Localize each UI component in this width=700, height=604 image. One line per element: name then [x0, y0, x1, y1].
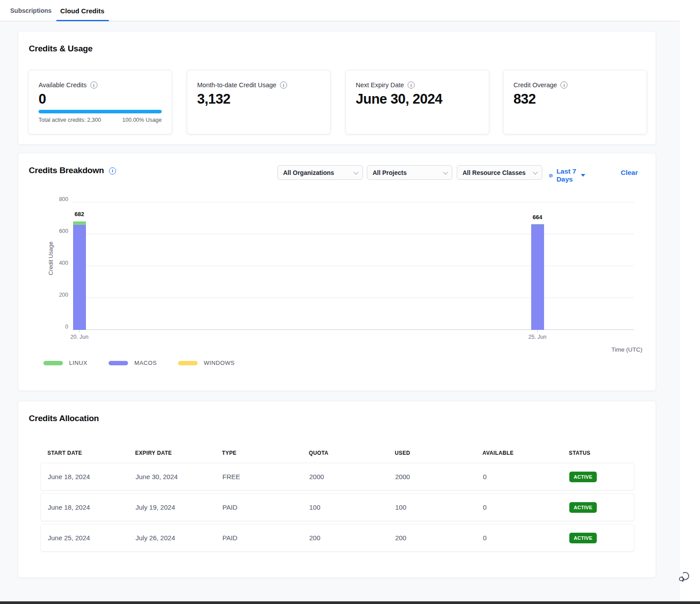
- chart-gridline: [73, 234, 634, 234]
- bar-value-label: 664: [533, 214, 542, 221]
- organizations-dropdown-value: All Organizations: [283, 169, 334, 176]
- table-cell: 0: [476, 534, 562, 542]
- chart-x-axis-label: Time (UTC): [611, 346, 642, 353]
- legend-label: MACOS: [134, 360, 157, 366]
- column-header-type: TYPE: [215, 450, 302, 456]
- legend-item-macos[interactable]: MACOS: [109, 360, 157, 366]
- table-cell: 200: [302, 534, 388, 542]
- column-header-start-date: START DATE: [40, 450, 128, 456]
- legend-item-windows[interactable]: WINDOWS: [178, 360, 235, 366]
- table-cell: PAID: [215, 503, 302, 511]
- credits-usage-panel: Credits & Usage Available Credits i 0 To…: [18, 31, 656, 145]
- legend-swatch: [43, 361, 63, 365]
- table-row[interactable]: June 25, 2024July 26, 2024PAID2002000ACT…: [40, 524, 634, 552]
- total-active-credits-text: Total active credits: 2,300: [39, 117, 101, 123]
- column-header-available: AVAILABLE: [475, 450, 562, 456]
- date-range-value: Last 7 Days: [556, 167, 576, 183]
- table-cell: June 18, 2024: [41, 473, 128, 480]
- info-icon[interactable]: i: [280, 81, 287, 89]
- info-icon[interactable]: i: [560, 81, 568, 89]
- status-cell: ACTIVE: [562, 472, 635, 482]
- bar-segment-macos: [531, 225, 544, 330]
- credit-overage-label: Credit Overage: [513, 81, 557, 89]
- credits-breakdown-panel: Credits Breakdown i All Organizations Al…: [18, 153, 656, 391]
- table-row[interactable]: June 18, 2024July 19, 2024PAID1001000ACT…: [40, 493, 634, 521]
- organizations-dropdown[interactable]: All Organizations: [277, 165, 363, 180]
- info-icon[interactable]: i: [109, 167, 116, 174]
- info-icon[interactable]: i: [90, 81, 97, 89]
- credits-progress-fill: [39, 110, 162, 113]
- status-badge: ACTIVE: [569, 472, 597, 482]
- chart-gridline: [73, 202, 634, 202]
- column-header-expiry-date: EXPIRY DATE: [128, 450, 215, 456]
- status-cell: ACTIVE: [562, 502, 635, 513]
- table-header-row: START DATEEXPIRY DATETYPEQUOTAUSEDAVAILA…: [40, 443, 634, 463]
- chevron-down-icon: [443, 169, 448, 174]
- next-expiry-label: Next Expiry Date: [356, 81, 404, 89]
- chart-legend: LINUXMACOSWINDOWS: [43, 360, 235, 366]
- projects-dropdown-value: All Projects: [373, 169, 407, 176]
- y-tick-label: 600: [51, 228, 68, 234]
- x-tick-label: 25. Jun: [529, 334, 547, 340]
- table-cell: 2000: [388, 473, 476, 480]
- y-tick-label: 200: [51, 292, 68, 298]
- table-cell: 100: [388, 503, 476, 511]
- stacked-bar: [73, 221, 86, 330]
- tab-cloud-credits[interactable]: Cloud Credits: [60, 0, 105, 21]
- chart-gridline: [73, 266, 634, 266]
- tab-subscriptions[interactable]: Subscriptions: [10, 0, 51, 21]
- usage-percent-text: 100.00% Usage: [122, 117, 162, 123]
- table-cell: 0: [476, 473, 562, 480]
- legend-item-linux[interactable]: LINUX: [43, 360, 87, 366]
- column-header-status: STATUS: [562, 450, 634, 456]
- table-cell: 200: [388, 534, 476, 542]
- resource-classes-dropdown[interactable]: All Resource Classes: [457, 165, 542, 180]
- available-credits-label-row: Available Credits i: [39, 81, 97, 89]
- available-credits-label: Available Credits: [39, 81, 87, 89]
- column-header-used: USED: [388, 450, 475, 456]
- projects-dropdown[interactable]: All Projects: [367, 165, 452, 180]
- available-credits-value: 0: [39, 91, 46, 107]
- x-tick: [537, 330, 538, 333]
- calendar-icon: [549, 172, 553, 179]
- date-range-picker[interactable]: Last 7 Days: [549, 167, 585, 183]
- bar-segment-macos: [73, 225, 86, 330]
- bar-value-label: 682: [74, 211, 84, 217]
- status-badge: ACTIVE: [569, 533, 597, 543]
- table-row[interactable]: June 18, 2024June 30, 2024FREE200020000A…: [40, 463, 634, 491]
- available-credits-footer: Total active credits: 2,300 100.00% Usag…: [39, 117, 162, 123]
- credits-allocation-title: Credits Allocation: [29, 414, 99, 423]
- clear-filters-link[interactable]: Clear: [621, 169, 638, 177]
- table-cell: June 30, 2024: [128, 473, 215, 480]
- y-tick-label: 800: [51, 196, 68, 202]
- mtd-usage-label: Month-to-date Credit Usage: [197, 81, 276, 89]
- caret-down-icon: [581, 174, 585, 177]
- active-tab-underline: [56, 20, 109, 21]
- table-cell: July 19, 2024: [128, 503, 215, 511]
- page: Subscriptions Cloud Credits Credits & Us…: [0, 0, 700, 604]
- tab-bar: Subscriptions Cloud Credits: [0, 0, 680, 21]
- table-cell: 100: [302, 503, 388, 511]
- status-cell: ACTIVE: [562, 533, 635, 543]
- y-tick-label: 0: [51, 324, 68, 330]
- info-icon[interactable]: i: [408, 81, 415, 89]
- credit-usage-chart: 020040060080068220. Jun66425. Jun: [73, 202, 634, 330]
- status-badge: ACTIVE: [569, 502, 597, 513]
- legend-swatch: [109, 361, 128, 365]
- table-cell: FREE: [215, 473, 302, 480]
- bottom-scrollbar[interactable]: [0, 601, 700, 604]
- credits-allocation-panel: Credits Allocation START DATEEXPIRY DATE…: [18, 401, 656, 578]
- chevron-down-icon: [533, 169, 538, 174]
- x-tick: [79, 330, 80, 333]
- table-body: June 18, 2024June 30, 2024FREE200020000A…: [40, 463, 634, 552]
- mtd-usage-value: 3,132: [197, 91, 230, 107]
- credit-overage-value: 832: [513, 91, 536, 107]
- legend-label: LINUX: [69, 360, 87, 366]
- credits-progress-bar: [39, 110, 162, 113]
- next-expiry-value: June 30, 2024: [356, 91, 442, 107]
- chart-gridline: [73, 329, 634, 330]
- chat-widget-button[interactable]: [677, 569, 691, 584]
- chart-y-axis-label: Credit Usage: [47, 242, 54, 275]
- table-cell: June 18, 2024: [41, 503, 128, 511]
- mtd-usage-card: Month-to-date Credit Usage i 3,132: [187, 70, 331, 134]
